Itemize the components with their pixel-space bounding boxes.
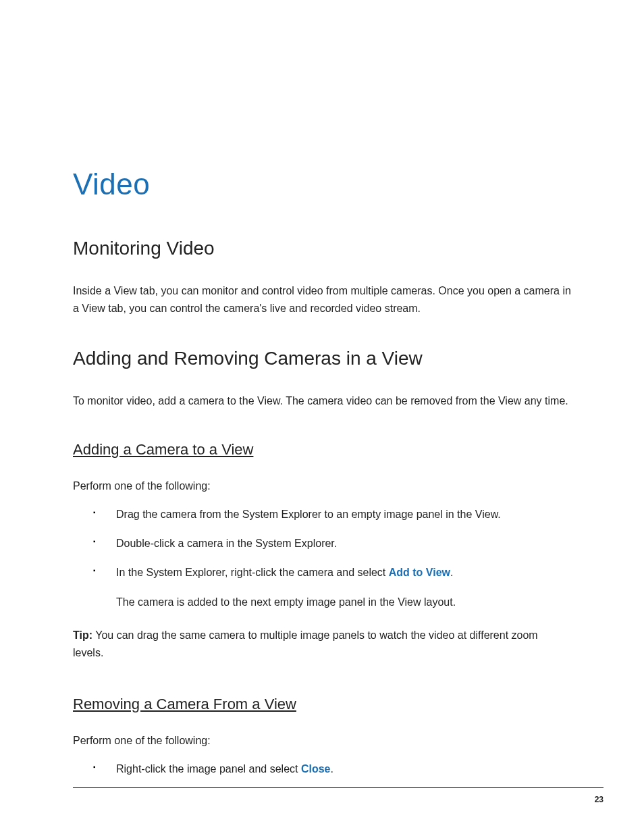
list-item: Right-click the image panel and select C…	[109, 761, 571, 778]
subsection-heading-adding: Adding a Camera to a View	[73, 441, 571, 459]
list-item-text: .	[450, 567, 453, 578]
subsection-heading-removing: Removing a Camera From a View	[73, 696, 571, 713]
list-item: Drag the camera from the System Explorer…	[109, 506, 571, 523]
page-number: 23	[595, 795, 603, 804]
tip-label: Tip:	[73, 629, 92, 641]
bullet-list-adding: Drag the camera from the System Explorer…	[73, 506, 571, 581]
intro-adding: Perform one of the following:	[73, 477, 571, 495]
section-heading-adding-removing: Adding and Removing Cameras in a View	[73, 348, 571, 369]
list-item-text: .	[331, 763, 333, 775]
list-item: In the System Explorer, right-click the …	[109, 565, 571, 581]
page-title: Video	[73, 167, 571, 201]
paragraph-adding-removing: To monitor video, add a camera to the Vi…	[73, 392, 571, 410]
tip-text: You can drag the same camera to multiple…	[73, 629, 538, 658]
bullet-list-removing: Right-click the image panel and select C…	[73, 761, 571, 778]
footer-divider	[73, 787, 603, 788]
document-page: Video Monitoring Video Inside a View tab…	[0, 0, 644, 834]
list-item-text: Right-click the image panel and select	[116, 763, 301, 775]
after-bullets-note: The camera is added to the next empty im…	[73, 594, 571, 611]
inline-command-close: Close	[301, 763, 331, 775]
tip-paragraph: Tip: You can drag the same camera to mul…	[73, 627, 571, 661]
section-heading-monitoring: Monitoring Video	[73, 238, 571, 259]
intro-removing: Perform one of the following:	[73, 732, 571, 750]
list-item: Double-click a camera in the System Expl…	[109, 536, 571, 552]
paragraph-monitoring: Inside a View tab, you can monitor and c…	[73, 282, 571, 317]
list-item-text: In the System Explorer, right-click the …	[116, 567, 389, 578]
inline-command-add-to-view: Add to View	[389, 567, 450, 578]
